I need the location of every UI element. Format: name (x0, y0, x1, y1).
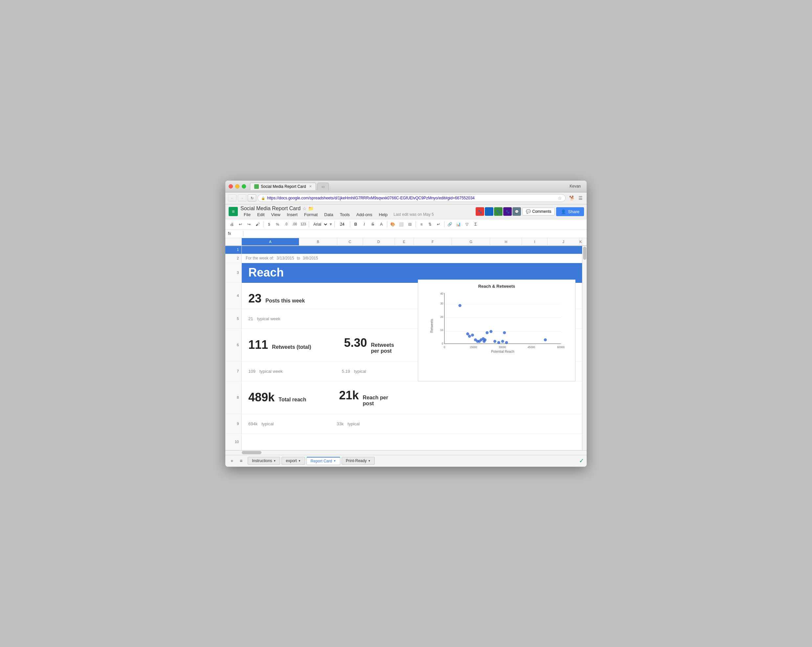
tab-print-ready[interactable]: Print-Ready ▼ (342, 457, 375, 465)
col-header-j[interactable]: J (548, 238, 580, 245)
forward-button[interactable]: → (238, 194, 246, 201)
folder-icon[interactable]: 📁 (308, 206, 314, 211)
row-num-5[interactable]: 5 (225, 309, 241, 329)
col-header-i[interactable]: I (522, 238, 548, 245)
tool-icon-1[interactable]: 🐾 (476, 207, 484, 216)
menu-insert[interactable]: Insert (284, 212, 301, 218)
url-bar[interactable]: 🔒 https://docs.google.com/spreadsheets/d… (258, 194, 566, 202)
borders-button[interactable]: ⬜ (397, 220, 405, 228)
functions-button[interactable]: Σ (472, 220, 479, 228)
align-left-button[interactable]: ≡ (418, 220, 425, 228)
browser-tab-active[interactable]: Social Media Report Card ✕ (250, 183, 316, 190)
menu-help[interactable]: Help (375, 212, 391, 218)
col-header-a[interactable]: A (242, 238, 299, 245)
tool-icon-chat[interactable]: 💬 (513, 207, 521, 216)
bookmark-icon[interactable]: ☆ (558, 195, 562, 201)
menu-icon[interactable]: ☰ (577, 194, 584, 201)
menu-file[interactable]: File (240, 212, 254, 218)
add-sheet-button[interactable]: + (228, 457, 236, 465)
col-header-k[interactable]: K (580, 238, 582, 245)
font-family-select[interactable]: Arial (311, 221, 328, 227)
back-icon: ← (230, 196, 234, 200)
menu-addons[interactable]: Add-ons (353, 212, 375, 218)
link-button[interactable]: 🔗 (446, 220, 454, 228)
print-button[interactable]: 🖨 (228, 220, 236, 228)
formula-bar: fx (225, 230, 587, 238)
extensions-icon[interactable]: 🐕 (568, 194, 575, 201)
decimal-decrease-button[interactable]: .0 (282, 220, 290, 228)
text-color-button[interactable]: A (377, 220, 385, 228)
undo-button[interactable]: ↩ (237, 220, 244, 228)
bold-button[interactable]: B (352, 220, 360, 228)
fill-color-button[interactable]: 🎨 (389, 220, 397, 228)
col-header-b[interactable]: B (299, 238, 337, 245)
stat-rpp-typical-val: 33k (337, 421, 343, 426)
share-button[interactable]: 👤 Share (556, 207, 584, 216)
maximize-button[interactable] (242, 184, 246, 189)
menu-view[interactable]: View (268, 212, 284, 218)
col-header-f[interactable]: F (414, 238, 452, 245)
tool-icon-3[interactable]: 🐾 (494, 207, 502, 216)
minimize-button[interactable] (235, 184, 240, 189)
col-header-e[interactable]: E (395, 238, 414, 245)
stat-posts-typical-label: typical week (257, 316, 280, 321)
svg-point-32 (501, 340, 504, 343)
col-header-c[interactable]: C (337, 238, 363, 245)
sheet-title[interactable]: Social Media Report Card (240, 206, 301, 212)
cell-name[interactable]: fx (228, 231, 241, 236)
row-num-1[interactable]: 1 (225, 246, 241, 254)
wrap-button[interactable]: ↵ (435, 220, 443, 228)
row-num-6[interactable]: 6 (225, 329, 241, 362)
svg-point-17 (459, 304, 461, 307)
row-num-2[interactable]: 2 (225, 254, 241, 263)
row-num-4[interactable]: 4 (225, 283, 241, 309)
row-num-9[interactable]: 9 (225, 414, 241, 434)
sheet-row-8: 489k Total reach 21k Reach perpost (242, 381, 582, 414)
svg-text:Potential Reach: Potential Reach (491, 349, 514, 353)
col-header-h[interactable]: H (490, 238, 522, 245)
row-num-10[interactable]: 10 (225, 434, 241, 450)
tab-instructions[interactable]: Instructions ▼ (248, 457, 280, 465)
all-sheets-button[interactable]: ≡ (237, 457, 245, 465)
font-size-input[interactable] (336, 222, 348, 227)
row-num-3[interactable]: 3 (225, 263, 241, 283)
tool-icon-4[interactable]: 🐾 (503, 207, 512, 216)
number-format-button[interactable]: 123 (299, 220, 307, 228)
sheet-row-1[interactable] (242, 246, 582, 254)
menu-edit[interactable]: Edit (254, 212, 268, 218)
menu-data[interactable]: Data (321, 212, 336, 218)
merge-button[interactable]: ⊟ (406, 220, 414, 228)
paint-format-button[interactable]: 🖌 (253, 220, 261, 228)
vertical-align-button[interactable]: ⇅ (426, 220, 434, 228)
reach-section-title: Reach (248, 266, 284, 279)
tab-close[interactable]: ✕ (309, 185, 312, 188)
star-icon[interactable]: ☆ (302, 206, 307, 211)
menu-format[interactable]: Format (301, 212, 321, 218)
svg-text:20: 20 (440, 315, 443, 318)
menu-tools[interactable]: Tools (336, 212, 353, 218)
tab-report-card[interactable]: Report Card ▼ (307, 457, 340, 465)
percent-button[interactable]: % (274, 220, 281, 228)
browser-tab-inactive[interactable]: ▭ (317, 183, 329, 190)
strikethrough-button[interactable]: S (369, 220, 377, 228)
vertical-scrollbar[interactable] (582, 246, 587, 450)
col-header-g[interactable]: G (452, 238, 490, 245)
row-num-7[interactable]: 7 (225, 362, 241, 381)
col-header-d[interactable]: D (363, 238, 395, 245)
h-scroll-thumb[interactable] (242, 451, 261, 454)
redo-button[interactable]: ↪ (245, 220, 253, 228)
back-button[interactable]: ← (228, 194, 237, 201)
comments-button[interactable]: 💬 Comments (522, 208, 555, 215)
tool-icon-2[interactable]: 🐾 (485, 207, 493, 216)
row-num-8[interactable]: 8 (225, 381, 241, 414)
decimal-increase-button[interactable]: .00 (291, 220, 299, 228)
italic-button[interactable]: I (360, 220, 368, 228)
close-button[interactable] (229, 184, 233, 189)
currency-button[interactable]: $ (265, 220, 273, 228)
chart-button[interactable]: 📊 (455, 220, 462, 228)
refresh-button[interactable]: ↻ (248, 194, 256, 201)
stat-rt-per-post-label: Retweetsper post (371, 342, 394, 354)
filter-button[interactable]: ▽ (463, 220, 471, 228)
scroll-thumb[interactable] (583, 247, 586, 260)
tab-export[interactable]: export ▼ (281, 457, 305, 465)
